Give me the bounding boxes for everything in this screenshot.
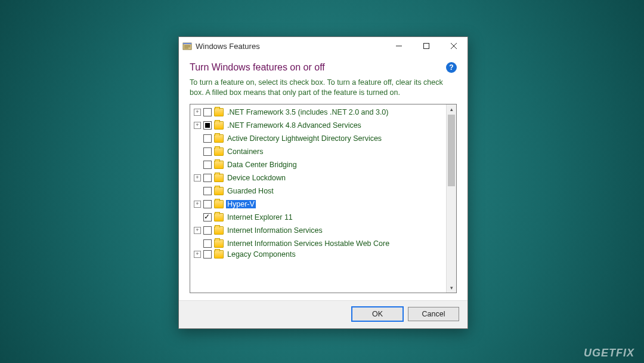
folder-icon: [214, 213, 224, 222]
windows-features-dialog: Windows Features Turn Windows features o…: [178, 36, 468, 329]
ok-button[interactable]: OK: [352, 307, 403, 321]
titlebar[interactable]: Windows Features: [179, 37, 467, 55]
feature-row[interactable]: +Legacy Components: [191, 250, 445, 259]
folder-icon: [214, 121, 224, 130]
svg-rect-6: [424, 44, 429, 49]
feature-label[interactable]: .NET Framework 3.5 (includes .NET 2.0 an…: [226, 108, 389, 116]
scroll-down-icon[interactable]: ▾: [447, 282, 456, 293]
scrollbar[interactable]: ▴ ▾: [446, 104, 456, 293]
feature-label[interactable]: Device Lockdown: [226, 174, 287, 182]
feature-checkbox[interactable]: [203, 239, 212, 248]
folder-icon: [214, 174, 224, 182]
dialog-instructions: To turn a feature on, select its check b…: [190, 78, 457, 98]
expand-icon[interactable]: +: [194, 122, 201, 129]
minimize-button[interactable]: [385, 37, 413, 55]
folder-icon: [214, 200, 224, 208]
help-icon[interactable]: ?: [446, 62, 457, 73]
dialog-content: Turn Windows features on or off ? To tur…: [179, 55, 467, 300]
feature-row[interactable]: Internet Information Services Hostable W…: [191, 237, 445, 250]
svg-rect-3: [184, 47, 190, 47]
feature-tree: +.NET Framework 3.5 (includes .NET 2.0 a…: [190, 104, 457, 293]
maximize-button[interactable]: [413, 37, 440, 55]
feature-row[interactable]: Active Directory Lightweight Directory S…: [191, 132, 445, 145]
dialog-button-row: OK Cancel: [179, 300, 467, 328]
feature-row[interactable]: Data Center Bridging: [191, 158, 445, 171]
feature-checkbox[interactable]: [203, 213, 212, 222]
windows-features-icon: [182, 41, 192, 51]
feature-row[interactable]: +Internet Information Services: [191, 224, 445, 237]
feature-checkbox[interactable]: [203, 250, 212, 259]
feature-checkbox[interactable]: [203, 134, 212, 143]
feature-label[interactable]: Data Center Bridging: [226, 161, 298, 169]
feature-label[interactable]: Internet Information Services Hostable W…: [226, 239, 391, 248]
feature-row[interactable]: +.NET Framework 3.5 (includes .NET 2.0 a…: [191, 106, 445, 119]
dialog-heading: Turn Windows features on or off: [190, 62, 325, 73]
feature-row[interactable]: +.NET Framework 4.8 Advanced Services: [191, 119, 445, 132]
expand-icon[interactable]: +: [194, 227, 201, 234]
feature-checkbox[interactable]: [203, 147, 212, 156]
feature-label[interactable]: Internet Information Services: [226, 226, 324, 235]
feature-checkbox[interactable]: [203, 121, 212, 130]
folder-icon: [214, 134, 224, 143]
feature-checkbox[interactable]: [203, 161, 212, 169]
scrollbar-track[interactable]: [447, 115, 456, 282]
feature-row[interactable]: +Device Lockdown: [191, 171, 445, 184]
window-controls: [385, 37, 467, 55]
svg-rect-1: [183, 43, 191, 44]
feature-checkbox[interactable]: [203, 226, 212, 235]
feature-row[interactable]: Guarded Host: [191, 184, 445, 198]
feature-label[interactable]: Internet Explorer 11: [226, 213, 294, 222]
folder-icon: [214, 147, 224, 156]
window-title: Windows Features: [196, 42, 385, 51]
feature-label[interactable]: .NET Framework 4.8 Advanced Services: [226, 121, 363, 130]
folder-icon: [214, 108, 224, 116]
feature-label[interactable]: Containers: [226, 147, 264, 156]
feature-tree-viewport[interactable]: +.NET Framework 3.5 (includes .NET 2.0 a…: [190, 104, 446, 293]
expand-icon[interactable]: +: [194, 109, 201, 116]
scroll-up-icon[interactable]: ▴: [447, 104, 456, 115]
feature-checkbox[interactable]: [203, 174, 212, 182]
feature-row[interactable]: +Hyper-V: [191, 198, 445, 211]
expand-icon[interactable]: +: [194, 174, 201, 182]
feature-checkbox[interactable]: [203, 108, 212, 116]
feature-label[interactable]: Guarded Host: [226, 187, 275, 195]
folder-icon: [214, 226, 224, 235]
feature-checkbox[interactable]: [203, 200, 212, 208]
folder-icon: [214, 187, 224, 195]
feature-label[interactable]: Active Directory Lightweight Directory S…: [226, 134, 383, 143]
cancel-button[interactable]: Cancel: [408, 307, 459, 321]
folder-icon: [214, 239, 224, 248]
folder-icon: [214, 161, 224, 169]
close-button[interactable]: [440, 37, 467, 55]
feature-label[interactable]: Legacy Components: [226, 250, 297, 259]
feature-label[interactable]: Hyper-V: [226, 200, 256, 208]
feature-checkbox[interactable]: [203, 187, 212, 195]
svg-rect-2: [184, 45, 190, 46]
feature-row[interactable]: Containers: [191, 145, 445, 158]
expand-icon[interactable]: +: [194, 251, 201, 258]
svg-rect-4: [184, 48, 188, 48]
watermark: UGETFIX: [584, 347, 634, 359]
expand-icon[interactable]: +: [194, 201, 201, 208]
folder-icon: [214, 250, 224, 259]
feature-row[interactable]: Internet Explorer 11: [191, 211, 445, 224]
scrollbar-thumb[interactable]: [448, 115, 455, 186]
